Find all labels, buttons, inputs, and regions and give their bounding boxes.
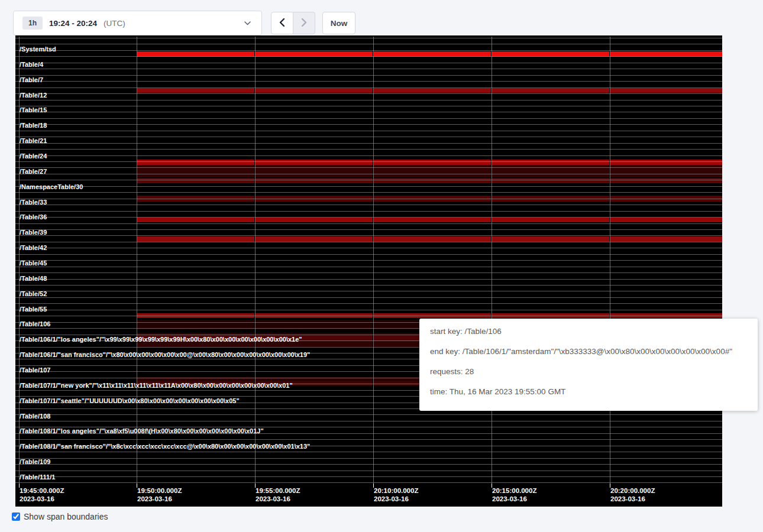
row-label: /Table/107 <box>20 366 50 374</box>
span-boundary-line <box>15 180 722 180</box>
tooltip-requests: requests: 28 <box>430 368 747 376</box>
span-boundary-line <box>15 205 722 205</box>
heatmap-band[interactable] <box>492 218 609 222</box>
span-boundary-line <box>15 63 722 63</box>
heatmap-band[interactable] <box>492 160 609 165</box>
row-label: /Table/109 <box>20 458 50 465</box>
axis-date-label: 2023-03-16 <box>492 495 527 502</box>
span-boundary-line <box>15 310 722 310</box>
row-label: /Table/42 <box>20 244 47 251</box>
span-boundary-line <box>15 248 722 248</box>
span-boundary-line <box>15 69 722 69</box>
row-label: /Table/52 <box>20 290 47 297</box>
row-label: /Table/111/1 <box>20 473 55 481</box>
row-label: /Table/108/1/"san francisco"/"\x8c\xcc\x… <box>20 443 310 450</box>
heatmap-band[interactable] <box>256 160 373 165</box>
span-boundary-line <box>15 75 722 76</box>
span-boundary-line <box>15 199 722 199</box>
span-boundary-line <box>15 217 722 218</box>
time-range-text: 19:24 - 20:24 <box>49 19 97 28</box>
span-boundary-line <box>15 452 722 452</box>
axis-date-label: 2023-03-16 <box>374 495 409 502</box>
axis-time-label: 20:20:00.000Z <box>610 487 655 494</box>
span-boundary-line <box>15 476 722 477</box>
span-boundary-line <box>15 186 722 187</box>
heatmap-band[interactable] <box>137 88 254 93</box>
row-label: /Table/108/1/"los angeles"/"\xa8\xf5\u00… <box>20 427 264 434</box>
span-boundary-line <box>15 254 722 255</box>
axis-date-label: 2023-03-16 <box>137 495 172 502</box>
time-range-duration-badge: 1h <box>22 17 43 30</box>
keyvis-heatmap-canvas[interactable]: /System/tsd/Table/4/Table/7/Table/12/Tab… <box>15 35 722 507</box>
row-label: /Table/108 <box>20 413 50 420</box>
heatmap-band[interactable] <box>374 218 491 222</box>
span-boundary-line <box>15 267 722 267</box>
row-label: /Table/36 <box>20 213 47 220</box>
axis-time-label: 19:45:00.000Z <box>20 487 64 494</box>
row-label: /NamespaceTable/30 <box>20 183 83 190</box>
span-boundary-line <box>15 143 722 144</box>
tooltip-start-key: start key: /Table/106 <box>430 327 747 336</box>
heatmap-band[interactable] <box>256 236 373 242</box>
span-boundary-line <box>15 464 722 465</box>
row-label: /Table/15 <box>20 106 47 113</box>
tooltip-end-key: end key: /Table/106/1/"amsterdam"/"\xb33… <box>430 348 747 356</box>
axis-date-label: 2023-03-16 <box>610 495 645 502</box>
span-boundary-line <box>15 223 722 224</box>
span-boundary-line <box>15 439 722 440</box>
axis-time-label: 20:10:00.000Z <box>374 487 418 494</box>
heatmap-band[interactable] <box>374 160 491 165</box>
time-range-zone: (UTC) <box>104 19 125 28</box>
prev-range-button[interactable] <box>271 12 293 34</box>
heatmap-band[interactable] <box>137 236 254 242</box>
span-boundary-line <box>15 106 722 106</box>
footer: Show span boundaries <box>12 512 108 521</box>
heatmap-band[interactable] <box>256 218 373 222</box>
span-boundary-line <box>15 471 722 471</box>
span-boundary-line <box>15 155 722 156</box>
show-span-boundaries-checkbox[interactable] <box>12 512 20 521</box>
chevron-right-icon <box>300 17 308 30</box>
heatmap-band[interactable] <box>610 88 722 93</box>
time-nav-group <box>271 12 315 34</box>
row-label: /Table/33 <box>20 199 47 206</box>
heatmap-band[interactable] <box>492 88 609 93</box>
row-label: /Table/21 <box>20 137 47 144</box>
now-button[interactable]: Now <box>322 12 355 34</box>
span-boundary-line <box>15 174 722 174</box>
heatmap-band[interactable] <box>610 236 722 242</box>
span-boundary-line <box>15 56 722 57</box>
heatmap-band[interactable] <box>610 160 722 165</box>
span-boundary-line <box>15 482 722 483</box>
chevron-down-icon <box>244 21 251 26</box>
heatmap-band[interactable] <box>374 236 491 242</box>
span-boundary-line <box>15 291 722 291</box>
span-boundary-line <box>15 260 722 261</box>
heatmap-band[interactable] <box>374 88 491 93</box>
row-label: /Table/106/1/"san francisco"/"\x80\x00\x… <box>20 351 310 358</box>
axis-date-label: 2023-03-16 <box>20 495 54 502</box>
span-boundary-line <box>15 112 722 112</box>
span-boundary-line <box>15 124 722 125</box>
axis-time-label: 19:55:00.000Z <box>256 487 300 494</box>
heatmap-band[interactable] <box>256 88 373 93</box>
heatmap-band[interactable] <box>137 218 254 222</box>
time-range-selector[interactable]: 1h 19:24 - 20:24 (UTC) <box>13 11 262 35</box>
span-boundary-line <box>15 242 722 242</box>
row-label: /System/tsd <box>20 46 56 53</box>
span-boundary-line <box>15 273 722 273</box>
row-label: /Table/4 <box>20 61 43 68</box>
span-boundary-line <box>15 458 722 459</box>
span-tooltip: start key: /Table/106 end key: /Table/10… <box>419 319 758 411</box>
next-range-button[interactable] <box>293 12 315 34</box>
row-label: /Table/106 <box>20 320 50 327</box>
row-label: /Table/45 <box>20 259 47 267</box>
chevron-left-icon <box>278 17 286 30</box>
heatmap-band[interactable] <box>137 160 254 165</box>
row-label: /Table/27 <box>20 168 47 175</box>
span-boundary-line <box>15 211 722 212</box>
row-label: /Table/24 <box>20 153 47 160</box>
row-label: /Table/12 <box>20 92 47 99</box>
heatmap-band[interactable] <box>610 218 722 222</box>
heatmap-band[interactable] <box>492 236 609 242</box>
